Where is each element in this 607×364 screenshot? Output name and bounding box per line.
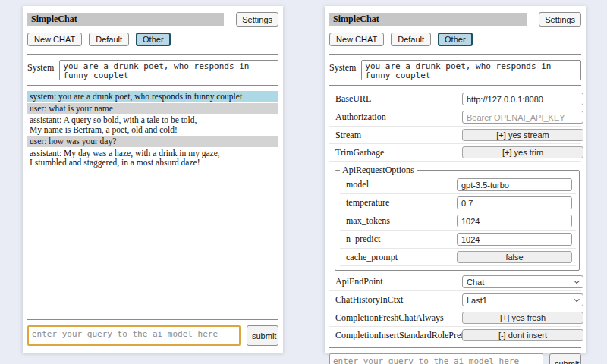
- query-row: submit: [329, 353, 581, 364]
- submit-button[interactable]: submit: [247, 325, 278, 346]
- chevron-down-icon: [574, 278, 580, 284]
- setting-label-trimgarbage: TrimGarbage: [335, 147, 462, 158]
- setting-control-max-tokens[interactable]: [457, 215, 572, 228]
- query-input[interactable]: [329, 353, 543, 364]
- setting-row-cache-prompt: cache_promptfalse: [340, 249, 576, 266]
- divider: [27, 319, 278, 320]
- divider: [27, 54, 278, 55]
- page-title: SimpleChat: [27, 13, 224, 26]
- chevron-down-icon: [574, 297, 580, 302]
- header: SimpleChat Settings: [27, 12, 278, 27]
- setting-row-temperature: temperature: [340, 194, 576, 212]
- setting-row-n-predict: n_predict: [340, 231, 576, 249]
- setting-row-baseurl: BaseURL: [329, 90, 581, 108]
- setting-control-authorization[interactable]: [462, 111, 583, 124]
- setting-control-temperature[interactable]: [457, 196, 572, 209]
- chat-messages: system: you are a drunk poet, who respon…: [27, 91, 278, 169]
- system-prompt-row: System you are a drunk poet, who respond…: [329, 60, 581, 80]
- setting-label-n-predict: n_predict: [346, 234, 457, 245]
- setting-control-model[interactable]: [457, 178, 572, 191]
- selected-value: Last1: [467, 296, 487, 305]
- setting-label-completioninsertstandardroleprefix: CompletionInsertStandardRolePrefix: [335, 330, 462, 341]
- chat-panel: SimpleChat Settings New CHATDefaultOther…: [23, 6, 283, 353]
- setting-label-temperature: temperature: [346, 197, 457, 209]
- session-tabs: New CHATDefaultOther: [27, 33, 278, 46]
- session-tab-default[interactable]: Default: [89, 33, 129, 46]
- setting-control-completionfreshchatalways[interactable]: [+] yes fresh: [462, 312, 583, 324]
- setting-row-model: model: [340, 176, 576, 194]
- chat-message-user: user: what is your name: [27, 103, 278, 115]
- setting-control-apiendpoint[interactable]: Chat: [462, 275, 583, 288]
- setting-control-n-predict[interactable]: [457, 233, 572, 246]
- settings-panel-window: SimpleChat Settings New CHATDefaultOther…: [325, 6, 586, 353]
- setting-row-chathistoryinctxt: ChatHistoryInCtxtLast1: [329, 291, 581, 309]
- system-prompt-input[interactable]: you are a drunk poet, who responds in fu…: [59, 60, 278, 80]
- setting-label-apiendpoint: ApiEndPoint: [335, 276, 462, 287]
- setting-control-chathistoryinctxt[interactable]: Last1: [462, 293, 583, 306]
- setting-row-stream: Stream[+] yes stream: [329, 127, 581, 144]
- session-tab-other[interactable]: Other: [136, 33, 171, 46]
- session-tab-other[interactable]: Other: [438, 33, 473, 46]
- header: SimpleChat Settings: [329, 12, 581, 27]
- system-prompt-input[interactable]: you are a drunk poet, who responds in fu…: [361, 60, 581, 80]
- page-title: SimpleChat: [329, 13, 527, 26]
- divider: [329, 54, 581, 55]
- query-row: submit: [27, 325, 278, 346]
- session-tab-default[interactable]: Default: [391, 33, 431, 46]
- setting-label-authorization: Authorization: [335, 111, 462, 123]
- setting-control-stream[interactable]: [+] yes stream: [462, 129, 583, 141]
- setting-label-model: model: [346, 179, 457, 190]
- chat-message-system: system: you are a drunk poet, who respon…: [27, 91, 278, 102]
- settings-button[interactable]: Settings: [539, 12, 581, 27]
- system-label: System: [329, 60, 356, 80]
- api-request-options-legend: ApiRequestOptions: [340, 165, 417, 176]
- setting-label-stream: Stream: [335, 130, 462, 141]
- session-tab-new-chat[interactable]: New CHAT: [27, 33, 82, 46]
- setting-control-completioninsertstandardroleprefix[interactable]: [-] dont insert: [462, 329, 583, 341]
- divider: [27, 85, 278, 86]
- session-tab-new-chat[interactable]: New CHAT: [329, 33, 384, 46]
- setting-row-apiendpoint: ApiEndPointChat: [329, 273, 581, 291]
- setting-row-completioninsertstandardroleprefix: CompletionInsertStandardRolePrefix[-] do…: [329, 327, 581, 344]
- setting-control-trimgarbage[interactable]: [+] yes trim: [462, 146, 583, 158]
- chat-message-user: user: how was your day?: [27, 136, 278, 147]
- submit-button[interactable]: submit: [549, 353, 581, 364]
- setting-label-cache-prompt: cache_prompt: [346, 252, 457, 263]
- setting-row-max-tokens: max_tokens: [340, 212, 576, 231]
- setting-label-completionfreshchatalways: CompletionFreshChatAlways: [335, 312, 462, 324]
- spacer: [27, 169, 278, 317]
- setting-label-chathistoryinctxt: ChatHistoryInCtxt: [335, 294, 462, 306]
- system-prompt-row: System you are a drunk poet, who respond…: [27, 60, 278, 80]
- setting-row-trimgarbage: TrimGarbage[+] yes trim: [329, 144, 581, 162]
- selected-value: Chat: [467, 278, 484, 287]
- setting-label-max-tokens: max_tokens: [346, 215, 457, 227]
- divider: [329, 347, 581, 348]
- session-tabs: New CHATDefaultOther: [329, 33, 581, 46]
- query-input[interactable]: [27, 325, 241, 346]
- setting-label-baseurl: BaseURL: [335, 93, 462, 105]
- divider: [329, 85, 581, 86]
- api-request-options-group: ApiRequestOptionsmodeltemperaturemax_tok…: [335, 165, 580, 271]
- setting-control-baseurl[interactable]: [462, 93, 583, 105]
- system-label: System: [27, 60, 54, 80]
- settings-button[interactable]: Settings: [236, 12, 278, 27]
- setting-row-authorization: Authorization: [329, 108, 581, 127]
- setting-row-completionfreshchatalways: CompletionFreshChatAlways[+] yes fresh: [329, 309, 581, 327]
- settings-form: BaseURLAuthorizationStream[+] yes stream…: [329, 90, 581, 344]
- setting-control-cache-prompt[interactable]: false: [457, 251, 572, 263]
- chat-message-assistant: assistant: My day was a haze, with a dri…: [27, 148, 278, 168]
- chat-message-assistant: assistant: A query so bold, with a tale …: [27, 115, 278, 135]
